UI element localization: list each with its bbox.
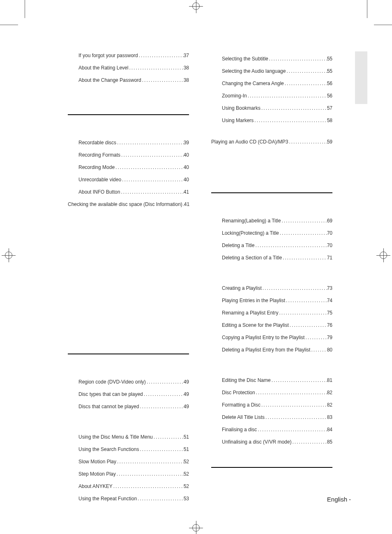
toc-item: About ANYKEY52 [68,484,189,489]
toc-leader-dots [286,69,327,74]
toc-leader-dots [138,53,184,58]
toc-item: Recording Mode40 [68,165,189,170]
crop-mark [25,0,25,18]
toc-leader-dots [120,190,183,194]
toc-item-page: 74 [327,298,332,303]
toc-leader-dots [262,286,327,291]
toc-item-page: 49 [184,379,189,384]
toc-item-page: 71 [327,255,332,260]
toc-leader-dots [139,447,183,452]
toc-leader-dots [146,379,184,384]
toc-item: Locking(Protecting) a Title70 [211,231,332,236]
toc-leader-dots [265,415,327,420]
toc-item-page: 82 [327,390,332,395]
crop-mark [374,25,392,25]
toc-item: Unfinalising a disc (V/VR mode)85 [211,439,332,444]
toc-item-title: Using the Search Functions [78,447,139,452]
toc-item-title: Selecting the Subtitle [222,56,268,61]
toc-leader-dots [278,310,327,315]
toc-item-page: 81 [327,378,332,383]
toc-item-title: Editing a Scene for the Playlist [222,323,289,328]
toc-leader-dots [271,378,327,383]
toc-item: Unrecordable video40 [68,177,189,182]
toc-leader-dots [116,472,184,476]
toc-item: Playing Entries in the Playlist74 [211,298,332,303]
registration-mark [376,248,390,262]
toc-item: Editing a Scene for the Playlist76 [211,323,332,328]
toc-item-title: Step Motion Play [78,472,116,476]
toc-leader-dots [288,139,327,144]
toc-item: Checking the available disc space (Disc … [68,202,189,207]
toc-item-page: 39 [184,140,189,145]
toc-item-title: Disc Protection [222,390,255,395]
toc-leader-dots [247,93,327,98]
toc-leader-dots [289,323,327,328]
toc-item-title: Formatting a Disc [222,402,261,407]
toc-leader-dots [120,153,184,157]
registration-mark [189,0,203,13]
toc-leader-dots [254,118,327,123]
toc-item-title: Deleting a Playlist Entry from the Playl… [222,347,310,352]
toc-item: Renaming(Labeling) a Title69 [211,218,332,223]
toc-item: If you forgot your password37 [68,53,189,58]
toc-leader-dots [255,390,327,395]
toc-item-title: Copying a Playlist Entry to the Playlist [222,335,304,340]
toc-leader-dots [310,347,327,352]
toc-item-title: About ANYKEY [78,484,113,489]
toc-item-page: 59 [327,139,332,144]
toc-item-title: About the Change Password [78,78,141,83]
toc-item-page: 51 [184,435,189,439]
toc-item: Recording Formats40 [68,153,189,157]
toc-item: About the Rating Level38 [68,65,189,70]
toc-item-page: 75 [327,310,332,315]
toc-column-right: Selecting the Subtitle55Selecting the Au… [211,49,332,505]
toc-column-left: If you forgot your password37About the R… [68,49,189,505]
toc-item: Using the Disc Menu & Title Menu51 [68,435,189,439]
toc-leader-dots [261,402,327,407]
toc-item-title: About the Rating Level [78,65,128,70]
toc-item: Formatting a Disc82 [211,402,332,407]
toc-leader-dots [153,435,184,439]
toc-item: Disc Protection82 [211,390,332,395]
toc-item: Using the Repeat Function53 [68,496,189,501]
toc-item-title: Playing Entries in the Playlist [222,298,285,303]
toc-item-page: 37 [184,53,189,58]
toc-item-page: 40 [184,153,189,157]
toc-item: About the Change Password38 [68,78,189,83]
toc-item-title: Using Bookmarks [222,106,261,111]
toc-leader-dots [143,392,184,397]
toc-item-title: Checking the available disc space (Disc … [68,202,182,207]
toc-leader-dots [115,165,184,170]
registration-mark [2,248,16,262]
toc-item-title: Changing the Camera Angle [222,81,284,86]
toc-leader-dots [261,106,327,111]
toc-leader-dots [285,298,327,303]
toc-item-title: Deleting a Section of a Title [222,255,282,260]
toc-item: Selecting the Audio language55 [211,69,332,74]
section-divider [211,467,332,468]
toc-item: Zooming-In56 [211,93,332,98]
toc-item-title: Zooming-In [222,93,247,98]
toc-item-page: 84 [327,427,332,432]
toc-item-page: 70 [327,231,332,236]
toc-item-page: 41 [184,202,189,207]
footer-dash: - [347,496,351,503]
toc-item: Renaming a Playlist Entry75 [211,310,332,315]
toc-leader-dots [139,404,183,409]
toc-item-page: 70 [327,243,332,248]
section-divider [68,354,189,354]
toc-item: Disc types that can be played49 [68,392,189,397]
toc-leader-dots [141,78,184,83]
toc-item-page: 56 [327,93,332,98]
toc-leader-dots [121,177,184,182]
toc-item: Changing the Camera Angle56 [211,81,332,86]
toc-item-page: 57 [327,106,332,111]
toc-item-page: 38 [184,65,189,70]
toc-leader-dots [137,496,184,501]
thumb-tab [355,51,367,104]
toc-item-title: Locking(Protecting) a Title [222,231,279,236]
toc-item-page: 69 [327,218,332,223]
toc-item-title: Delete All Title Lists [222,415,265,420]
toc-item-title: Recording Formats [78,153,120,157]
toc-item-page: 52 [184,472,189,476]
